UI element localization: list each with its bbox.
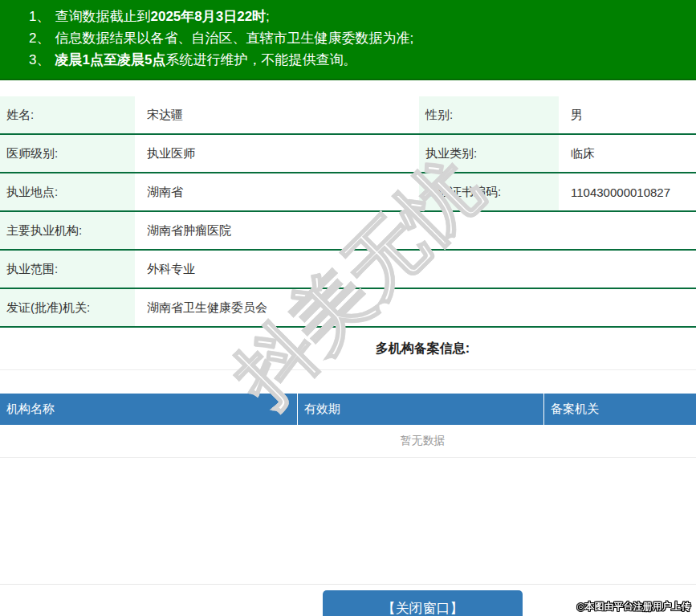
field-label-main-institution: 主要执业机构: <box>0 212 135 249</box>
field-label-name: 姓名: <box>0 96 135 133</box>
column-header-record-authority: 备案机关 <box>544 394 696 425</box>
notice-line-3: 3、凌晨1点至凌晨5点系统进行维护，不能提供查询。 <box>29 49 696 71</box>
field-value-practice-location: 湖南省 <box>135 173 419 210</box>
column-header-validity-period: 有效期 <box>298 394 544 425</box>
field-value-issuing-authority: 湖南省卫生健康委员会 <box>135 289 696 326</box>
field-label-practice-location: 执业地点: <box>0 173 135 210</box>
notice-line-1: 1、查询数据截止到2025年8月3日22时; <box>29 6 696 27</box>
notice-line-text: 查询数据截止到 <box>55 9 150 24</box>
multi-org-table: 机构名称 有效期 备案机关 暂无数据 <box>0 394 696 458</box>
field-value-main-institution: 湖南省肿瘤医院 <box>135 212 696 249</box>
field-value-practice-scope: 外科专业 <box>135 251 696 288</box>
field-label-doctor-level: 医师级别: <box>0 135 135 172</box>
field-label-certificate-number: 执业证书编码: <box>419 173 559 210</box>
table-row-location-certificate: 执业地点: 湖南省 执业证书编码: 110430000010827 <box>0 173 696 212</box>
column-header-institution-name: 机构名称 <box>0 394 298 425</box>
multi-org-section-title: 多机构备案信息: <box>376 341 470 357</box>
uploader-stamp-watermark: ◎本图由平台注册用户上传 <box>576 600 690 614</box>
empty-data-placeholder: 暂无数据 <box>0 425 696 458</box>
field-label-gender: 性别: <box>419 96 559 133</box>
notice-line-text: 信息数据结果以各省、自治区、直辖市卫生健康委数据为准; <box>55 31 413 46</box>
field-label-practice-category: 执业类别: <box>419 135 559 172</box>
field-value-practice-category: 临床 <box>559 135 696 172</box>
physician-info-table: 姓名: 宋达疆 性别: 男 医师级别: 执业医师 执业类别: 临床 执业地点: … <box>0 96 696 328</box>
notice-line-bold-text: 2025年8月3日22时 <box>150 9 266 24</box>
table-row-issuing-authority: 发证(批准)机关: 湖南省卫生健康委员会 <box>0 289 696 328</box>
notice-line-suffix: 系统进行维护，不能提供查询。 <box>165 52 356 67</box>
table-row-practice-scope: 执业范围: 外科专业 <box>0 251 696 289</box>
field-label-issuing-authority: 发证(批准)机关: <box>0 289 135 326</box>
multi-org-section-row: 多机构备案信息: <box>0 328 696 370</box>
field-value-gender: 男 <box>559 96 696 133</box>
multi-org-table-header: 机构名称 有效期 备案机关 <box>0 394 696 425</box>
field-label-practice-scope: 执业范围: <box>0 251 135 288</box>
field-value-doctor-level: 执业医师 <box>135 135 419 172</box>
field-value-name: 宋达疆 <box>135 96 419 133</box>
notice-line-bold-text: 凌晨1点至凌晨5点 <box>55 52 165 67</box>
table-row-name-gender: 姓名: 宋达疆 性别: 男 <box>0 96 696 135</box>
table-row-main-institution: 主要执业机构: 湖南省肿瘤医院 <box>0 212 696 251</box>
notice-line-number: 3、 <box>29 52 50 67</box>
table-row-level-category: 医师级别: 执业医师 执业类别: 临床 <box>0 135 696 173</box>
field-value-certificate-number: 110430000010827 <box>559 173 696 210</box>
notice-line-number: 2、 <box>29 31 50 46</box>
page-container: 1、查询数据截止到2025年8月3日22时; 2、信息数据结果以各省、自治区、直… <box>0 0 696 616</box>
close-window-button[interactable]: 【关闭窗口】 <box>323 590 523 616</box>
notice-line-2: 2、信息数据结果以各省、自治区、直辖市卫生健康委数据为准; <box>29 27 696 49</box>
footer-divider <box>0 584 696 585</box>
notice-line-suffix: ; <box>266 9 270 24</box>
notice-line-number: 1、 <box>29 9 50 24</box>
notice-banner: 1、查询数据截止到2025年8月3日22时; 2、信息数据结果以各省、自治区、直… <box>0 0 696 80</box>
